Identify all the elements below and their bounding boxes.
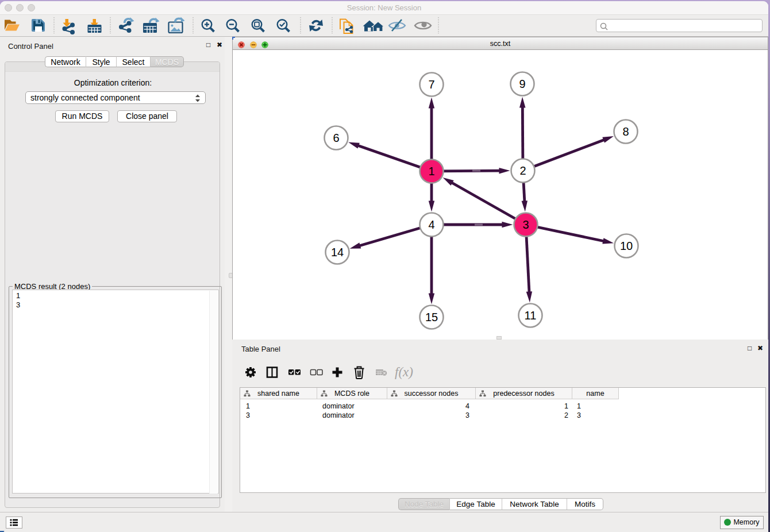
svg-text:3: 3 (522, 218, 529, 231)
svg-text:1: 1 (428, 165, 434, 178)
svg-text:15: 15 (425, 311, 438, 323)
svg-text:6: 6 (333, 132, 339, 144)
svg-text:2: 2 (519, 164, 526, 177)
svg-text:10: 10 (620, 240, 633, 252)
svg-text:8: 8 (622, 125, 629, 138)
svg-text:9: 9 (519, 78, 525, 90)
svg-text:14: 14 (331, 246, 344, 259)
svg-text:11: 11 (525, 309, 537, 322)
svg-text:4: 4 (428, 218, 434, 231)
svg-text:7: 7 (428, 78, 434, 91)
svg-text:f(x): f(x) (395, 365, 413, 379)
